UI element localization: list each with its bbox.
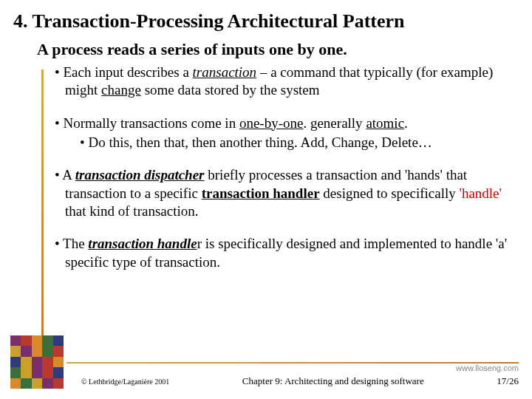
bullet-2-sub: • Do this, then that, then another thing… bbox=[80, 134, 511, 151]
content-area: • Each input describes a transaction – a… bbox=[55, 64, 511, 271]
text: Do this, then that, then another thing. … bbox=[88, 134, 432, 150]
bullet-4: • The transaction handler is specificall… bbox=[55, 235, 511, 271]
horizontal-rule bbox=[66, 362, 519, 364]
text: Each input describes a bbox=[63, 64, 192, 80]
bullet-3: • A transaction dispatcher briefly proce… bbox=[55, 166, 511, 220]
term-change: change bbox=[101, 82, 141, 98]
text: Normally transactions come in bbox=[63, 115, 239, 131]
text: . bbox=[404, 115, 408, 131]
copyright-label: © Lethbridge/Laganière 2001 bbox=[81, 378, 169, 386]
term-transaction-dispatcher: transaction dispatcher bbox=[75, 167, 205, 183]
slide: 4. Transaction-Processing Architectural … bbox=[0, 0, 532, 399]
term-handle: 'handle' bbox=[459, 185, 502, 201]
text: The bbox=[63, 236, 88, 251]
decorative-weave-image bbox=[10, 335, 64, 389]
term-transaction-handler: transaction handler bbox=[202, 185, 320, 201]
footer: © Lethbridge/Laganière 2001 Chapter 9: A… bbox=[81, 375, 519, 387]
chapter-label: Chapter 9: Architecting and designing so… bbox=[242, 375, 424, 387]
text: . generally bbox=[303, 115, 366, 131]
vertical-rule bbox=[41, 69, 44, 358]
text: that kind of transaction. bbox=[65, 203, 198, 219]
text: some data stored by the system bbox=[141, 82, 320, 98]
bullet-1: • Each input describes a transaction – a… bbox=[55, 64, 511, 100]
page-number: 17/26 bbox=[497, 375, 519, 387]
slide-subtitle: A process reads a series of inputs one b… bbox=[37, 40, 519, 59]
term-one-by-one: one-by-one bbox=[239, 115, 304, 131]
term-transaction-handler-2: transaction handle bbox=[88, 236, 197, 251]
text: designed to specifically bbox=[320, 185, 460, 201]
text: A bbox=[62, 167, 75, 183]
slide-title: 4. Transaction-Processing Architectural … bbox=[13, 10, 519, 33]
bullet-2: • Normally transactions come in one-by-o… bbox=[55, 115, 511, 152]
url-label: www.lloseng.com bbox=[456, 364, 519, 372]
term-transaction: transaction bbox=[193, 64, 257, 80]
term-atomic: atomic bbox=[366, 115, 404, 131]
